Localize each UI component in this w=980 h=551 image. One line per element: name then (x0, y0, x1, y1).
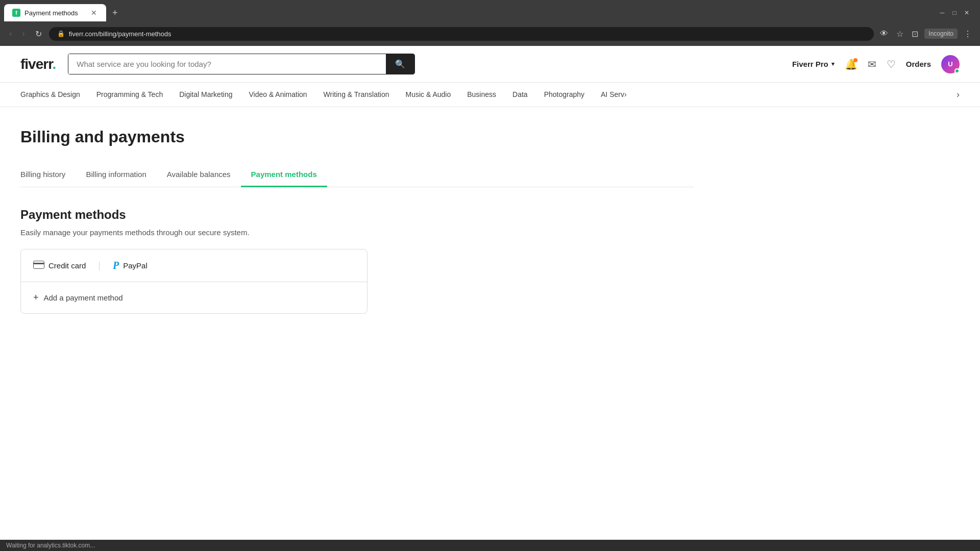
new-tab-button[interactable]: + (108, 6, 122, 20)
paypal-label: PayPal (123, 261, 148, 270)
nav-item-business[interactable]: Business (467, 83, 496, 107)
chevron-down-icon: ▾ (831, 61, 835, 67)
url-display: fiverr.com/billing/payment-methods (69, 30, 866, 38)
status-bar: Waiting for analytics.tiktok.com... (0, 540, 980, 551)
credit-card-label: Credit card (48, 261, 86, 270)
page-title: Billing and payments (20, 128, 694, 146)
notifications-icon[interactable]: 🔔 (845, 58, 857, 70)
tab-available-balances[interactable]: Available balances (157, 163, 241, 187)
menu-icon[interactable]: ⋮ (962, 27, 974, 41)
nav-item-music[interactable]: Music & Audio (406, 83, 451, 107)
nav-item-writing[interactable]: Writing & Translation (324, 83, 389, 107)
add-icon: + (33, 292, 39, 303)
payment-type-divider: | (98, 260, 101, 271)
add-payment-label: Add a payment method (44, 293, 123, 302)
browser-tab-active[interactable]: f Payment methods ✕ (4, 4, 106, 21)
notification-dot (853, 58, 857, 62)
tab-close-button[interactable]: ✕ (90, 8, 98, 18)
main-content: Billing and payments Billing history Bil… (0, 107, 715, 344)
paypal-tab[interactable]: P PayPal (113, 260, 148, 271)
nav-item-programming[interactable]: Programming & Tech (96, 83, 163, 107)
payment-methods-description: Easily manage your payments methods thro… (20, 228, 694, 237)
maximize-button[interactable]: □ (949, 8, 960, 18)
address-bar[interactable]: 🔒 fiverr.com/billing/payment-methods (49, 27, 874, 41)
billing-tabs: Billing history Billing information Avai… (20, 163, 694, 187)
nav-item-ai[interactable]: AI Serv› (601, 83, 627, 107)
forward-button[interactable]: › (19, 27, 28, 40)
minimize-button[interactable]: ─ (937, 8, 947, 18)
header-right: Fiverr Pro ▾ 🔔 ✉ ♡ Orders U (792, 55, 960, 73)
back-button[interactable]: ‹ (6, 27, 15, 40)
payment-type-tabs: Credit card | P PayPal (21, 249, 367, 282)
status-text: Waiting for analytics.tiktok.com... (6, 542, 95, 549)
search-button[interactable]: 🔍 (386, 54, 414, 74)
split-screen-icon[interactable]: ⊡ (910, 27, 920, 41)
tab-title: Payment methods (24, 9, 86, 17)
orders-link[interactable]: Orders (906, 60, 931, 68)
credit-card-tab[interactable]: Credit card (33, 260, 86, 271)
paypal-icon: P (113, 260, 119, 271)
payment-methods-title: Payment methods (20, 208, 694, 222)
fiverr-pro-button[interactable]: Fiverr Pro ▾ (792, 60, 835, 68)
nav-item-graphics[interactable]: Graphics & Design (20, 83, 80, 107)
tab-billing-history[interactable]: Billing history (20, 163, 76, 187)
credit-card-icon (33, 260, 44, 271)
tab-payment-methods[interactable]: Payment methods (241, 163, 327, 187)
payment-card: Credit card | P PayPal + Add a payment m… (20, 249, 368, 314)
online-indicator (954, 68, 960, 73)
site-header: fiverr. 🔍 Fiverr Pro ▾ 🔔 ✉ ♡ Orders U (0, 46, 980, 83)
nav-item-photography[interactable]: Photography (544, 83, 584, 107)
eye-off-icon[interactable]: 👁 (878, 27, 890, 40)
reload-button[interactable]: ↻ (32, 27, 45, 41)
svg-rect-0 (34, 261, 44, 269)
messages-icon[interactable]: ✉ (868, 58, 876, 70)
fiverr-pro-label: Fiverr Pro (792, 60, 828, 68)
svg-rect-1 (33, 263, 44, 264)
search-bar: 🔍 (68, 54, 415, 74)
close-button[interactable]: ✕ (962, 8, 972, 18)
incognito-badge: Incognito (924, 29, 958, 39)
nav-more-icon[interactable]: › (957, 89, 960, 100)
favorites-icon[interactable]: ♡ (887, 58, 896, 70)
nav-item-video[interactable]: Video & Animation (249, 83, 307, 107)
nav-item-marketing[interactable]: Digital Marketing (179, 83, 232, 107)
lock-icon: 🔒 (57, 30, 65, 37)
tab-favicon: f (12, 9, 20, 17)
category-nav: Graphics & Design Programming & Tech Dig… (0, 83, 980, 107)
logo-dot: . (53, 56, 56, 72)
fiverr-logo[interactable]: fiverr. (20, 56, 56, 72)
page-content: fiverr. 🔍 Fiverr Pro ▾ 🔔 ✉ ♡ Orders U (0, 46, 980, 551)
search-input[interactable] (68, 54, 386, 74)
tab-billing-information[interactable]: Billing information (76, 163, 156, 187)
avatar[interactable]: U (941, 55, 960, 73)
star-icon[interactable]: ☆ (894, 27, 905, 41)
nav-item-data[interactable]: Data (512, 83, 528, 107)
add-payment-button[interactable]: + Add a payment method (21, 282, 367, 313)
